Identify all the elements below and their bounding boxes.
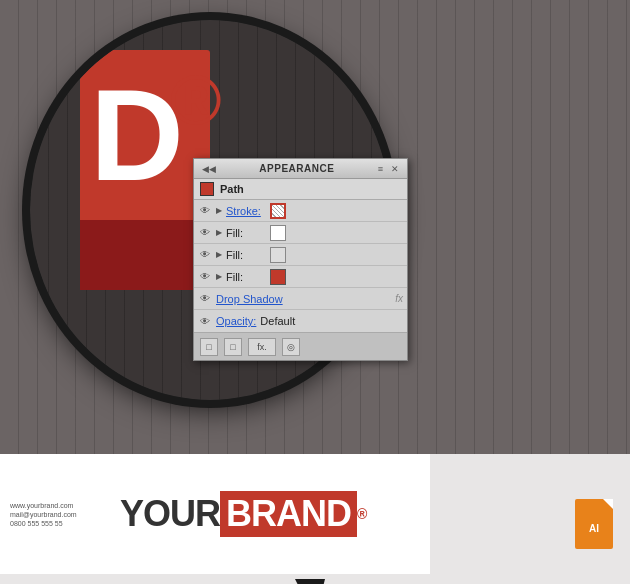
dropshadow-row: 👁 Drop Shadow fx — [194, 288, 407, 310]
stroke-label[interactable]: Stroke: — [226, 205, 266, 217]
panel-title: APPEARANCE — [259, 163, 334, 174]
file-icon-body: AI — [575, 499, 613, 549]
fill2-row: 👁 ▶ Fill: — [194, 244, 407, 266]
fill1-row: 👁 ▶ Fill: — [194, 222, 407, 244]
fill1-visibility-eye[interactable]: 👁 — [198, 226, 212, 240]
path-row: Path — [194, 179, 407, 200]
dark-block — [80, 220, 210, 290]
stroke-swatch[interactable] — [270, 203, 286, 219]
phone: 0800 555 555 55 — [10, 520, 90, 527]
fill2-visibility-eye[interactable]: 👁 — [198, 248, 212, 262]
stroke-expand[interactable]: ▶ — [216, 206, 222, 215]
fill2-expand[interactable]: ▶ — [216, 250, 222, 259]
contact-info: www.yourbrand.com mail@yourbrand.com 080… — [0, 454, 100, 574]
panel-menu-button[interactable]: ≡ — [376, 164, 385, 174]
website: www.yourbrand.com — [10, 502, 90, 509]
fill1-swatch[interactable] — [270, 225, 286, 241]
fx-symbol: fx — [395, 293, 403, 304]
bubble-tail — [295, 579, 325, 584]
stroke-row: 👁 ▶ Stroke: — [194, 200, 407, 222]
panel-toolbar: □ □ fx. ◎ — [194, 332, 407, 360]
opacity-label[interactable]: Opacity: — [216, 315, 256, 327]
file-icon: AI — [575, 499, 620, 554]
email: mail@yourbrand.com — [10, 511, 90, 518]
panel-controls: ◀◀ — [200, 164, 218, 174]
fill3-visibility-eye[interactable]: 👁 — [198, 270, 212, 284]
dropshadow-visibility-eye[interactable]: 👁 — [198, 292, 212, 306]
duplicate-button[interactable]: □ — [224, 338, 242, 356]
opacity-row: 👁 Opacity: Default — [194, 310, 407, 332]
fill2-label[interactable]: Fill: — [226, 249, 266, 261]
brand-red-text: BRAND — [220, 491, 357, 537]
file-icon-corner — [603, 499, 613, 509]
fill1-expand[interactable]: ▶ — [216, 228, 222, 237]
stroke-visibility-eye[interactable]: 👁 — [198, 204, 212, 218]
panel-titlebar: ◀◀ APPEARANCE ≡ ✕ — [194, 159, 407, 179]
path-label: Path — [220, 183, 401, 195]
add-item-button[interactable]: □ — [200, 338, 218, 356]
panel-right-controls: ≡ ✕ — [376, 164, 401, 174]
fill1-label[interactable]: Fill: — [226, 227, 266, 239]
fill2-swatch[interactable] — [270, 247, 286, 263]
fill3-expand[interactable]: ▶ — [216, 272, 222, 281]
business-card: www.yourbrand.com mail@yourbrand.com 080… — [0, 454, 430, 574]
brand-area: YOUR BRAND ® — [120, 491, 367, 537]
file-icon-label: AI — [589, 523, 599, 534]
registered-mark: ® — [170, 60, 222, 140]
opacity-value: Default — [260, 315, 295, 327]
panel-close-button[interactable]: ✕ — [389, 164, 401, 174]
bottom-strip: 01 2012 www.yourbrand.com mail@yourbrand… — [0, 454, 630, 584]
appearance-panel: ◀◀ APPEARANCE ≡ ✕ Path 👁 ▶ Stroke: 👁 ▶ F… — [193, 158, 408, 361]
collapse-button[interactable]: ◀◀ — [200, 164, 218, 174]
dropshadow-label[interactable]: Drop Shadow — [216, 293, 283, 305]
fx-button[interactable]: fx. — [248, 338, 276, 356]
fill3-row: 👁 ▶ Fill: — [194, 266, 407, 288]
brand-text: YOUR — [120, 493, 220, 535]
path-color-swatch — [200, 182, 214, 196]
fill3-swatch[interactable] — [270, 269, 286, 285]
delete-button[interactable]: ◎ — [282, 338, 300, 356]
brand-symbol: ® — [357, 506, 367, 522]
panel-rows: 👁 ▶ Stroke: 👁 ▶ Fill: 👁 ▶ Fill: 👁 ▶ Fill… — [194, 200, 407, 332]
fill3-label[interactable]: Fill: — [226, 271, 266, 283]
opacity-visibility-eye[interactable]: 👁 — [198, 314, 212, 328]
